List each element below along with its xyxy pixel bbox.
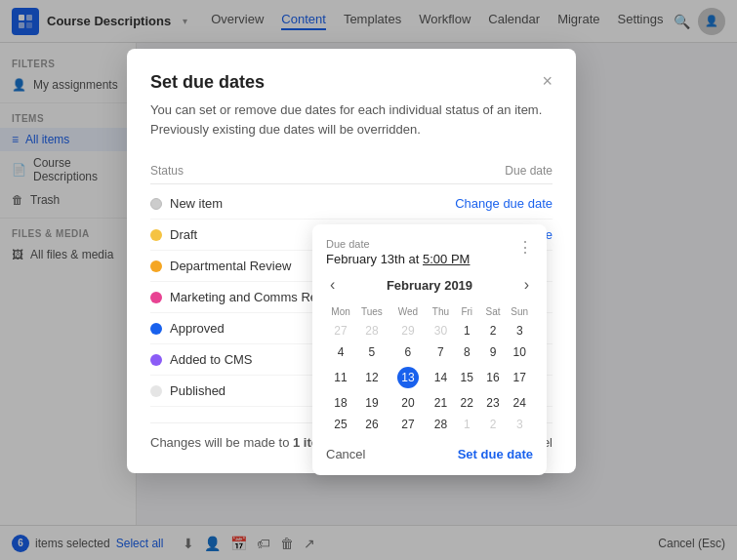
cal-day[interactable]: 8: [454, 341, 480, 363]
cal-day[interactable]: 18: [326, 392, 355, 414]
cal-day[interactable]: 25: [326, 414, 355, 435]
calendar-week-4: 18 19 20 21 22 23 24: [326, 392, 533, 414]
status-name-approved: Approved: [170, 321, 225, 336]
status-name-new-item: New item: [170, 196, 223, 211]
cal-day[interactable]: 15: [454, 363, 480, 392]
cal-day[interactable]: 14: [428, 363, 454, 392]
cal-day[interactable]: 1: [454, 320, 480, 341]
date-picker-label: Due date: [326, 238, 470, 250]
status-row-left-approved: Approved: [150, 321, 225, 336]
cal-day[interactable]: 3: [506, 414, 533, 435]
modal-footer-text: Changes will be made to 1 item: [150, 435, 330, 450]
day-mon: Mon: [326, 303, 355, 320]
cal-day[interactable]: 2: [480, 320, 507, 341]
status-row-left: New item: [150, 196, 223, 211]
status-dot-dept: [150, 260, 162, 272]
app-container: Course Descriptions ▾ Overview Content T…: [0, 0, 737, 560]
day-sun: Sun: [506, 303, 533, 320]
change-due-date-new-item[interactable]: Change due date: [455, 196, 553, 211]
cal-day[interactable]: 11: [326, 363, 355, 392]
date-picker-popover: Due date February 13th at 5:00 PM ⋮ ‹ Fe…: [312, 224, 547, 475]
status-name-draft: Draft: [170, 227, 197, 242]
calendar-week-2: 4 5 6 7 8 9 10: [326, 341, 533, 363]
status-row-left-draft: Draft: [150, 227, 197, 242]
modal-description: You can set or remove due dates for each…: [150, 100, 553, 139]
cal-day[interactable]: 4: [326, 341, 355, 363]
more-options-icon[interactable]: ⋮: [517, 238, 533, 257]
date-picker-header: Due date February 13th at 5:00 PM ⋮: [326, 238, 533, 266]
cal-day[interactable]: 19: [355, 392, 389, 414]
cal-day[interactable]: 6: [389, 341, 428, 363]
date-picker-cancel-button[interactable]: Cancel: [326, 447, 365, 461]
cal-day[interactable]: 29: [389, 320, 428, 341]
status-row-new-item: New item Change due date: [150, 188, 553, 220]
cal-day[interactable]: 5: [355, 341, 389, 363]
day-thu: Thu: [428, 303, 454, 320]
cal-day[interactable]: 2: [480, 414, 507, 435]
cal-day[interactable]: 21: [428, 392, 454, 414]
header-due-date: Due date: [505, 164, 553, 178]
status-table-header: Status Due date: [150, 158, 553, 184]
cal-day[interactable]: 3: [506, 320, 533, 341]
date-picker-info: Due date February 13th at 5:00 PM: [326, 238, 470, 266]
cal-day[interactable]: 17: [506, 363, 533, 392]
calendar-grid: Mon Tues Wed Thu Fri Sat Sun 27 28 29 30: [326, 303, 533, 435]
status-dot-published: [150, 385, 162, 397]
calendar-month-year: February 2019: [387, 278, 472, 293]
status-row-left-cms: Added to CMS: [150, 352, 253, 367]
cal-day[interactable]: 12: [355, 363, 389, 392]
status-dot-new-item: [150, 198, 162, 210]
calendar-week-1: 27 28 29 30 1 2 3: [326, 320, 533, 341]
cal-day[interactable]: 16: [480, 363, 507, 392]
cal-day[interactable]: 9: [480, 341, 507, 363]
calendar-week-5: 25 26 27 28 1 2 3: [326, 414, 533, 435]
status-row-left-dept: Departmental Review: [150, 259, 291, 273]
status-name-cms: Added to CMS: [170, 352, 253, 367]
cal-day[interactable]: 24: [506, 392, 533, 414]
cal-day[interactable]: 28: [355, 320, 389, 341]
cal-day[interactable]: 23: [480, 392, 507, 414]
modal-title: Set due dates: [150, 72, 265, 93]
status-dot-marketing: [150, 292, 162, 303]
cal-day[interactable]: 26: [355, 414, 389, 435]
cal-day-today[interactable]: 13: [389, 363, 428, 392]
calendar-nav: ‹ February 2019 ›: [326, 276, 533, 294]
date-picker-actions: Cancel Set due date: [326, 447, 533, 461]
header-status: Status: [150, 164, 184, 178]
calendar-week-3: 11 12 13 14 15 16 17: [326, 363, 533, 392]
cal-day[interactable]: 28: [428, 414, 454, 435]
date-picker-set-button[interactable]: Set due date: [458, 447, 533, 461]
day-tues: Tues: [355, 303, 389, 320]
day-sat: Sat: [480, 303, 507, 320]
status-dot-cms: [150, 354, 162, 366]
cal-day[interactable]: 10: [506, 341, 533, 363]
cal-day[interactable]: 20: [389, 392, 428, 414]
status-name-published: Published: [170, 383, 225, 398]
modal-close-button[interactable]: ×: [542, 72, 553, 90]
cal-day[interactable]: 22: [454, 392, 480, 414]
day-fri: Fri: [454, 303, 480, 320]
calendar-next-button[interactable]: ›: [520, 276, 533, 294]
day-wed: Wed: [389, 303, 428, 320]
status-dot-draft: [150, 229, 162, 241]
cal-day[interactable]: 27: [389, 414, 428, 435]
calendar-prev-button[interactable]: ‹: [326, 276, 339, 294]
date-picker-value: February 13th at 5:00 PM: [326, 252, 470, 266]
status-row-left-published: Published: [150, 383, 225, 398]
status-dot-approved: [150, 323, 162, 335]
cal-day[interactable]: 27: [326, 320, 355, 341]
cal-day[interactable]: 30: [428, 320, 454, 341]
cal-day[interactable]: 7: [428, 341, 454, 363]
cal-day[interactable]: 1: [454, 414, 480, 435]
modal-header: Set due dates ×: [150, 72, 553, 93]
status-name-dept: Departmental Review: [170, 259, 291, 273]
